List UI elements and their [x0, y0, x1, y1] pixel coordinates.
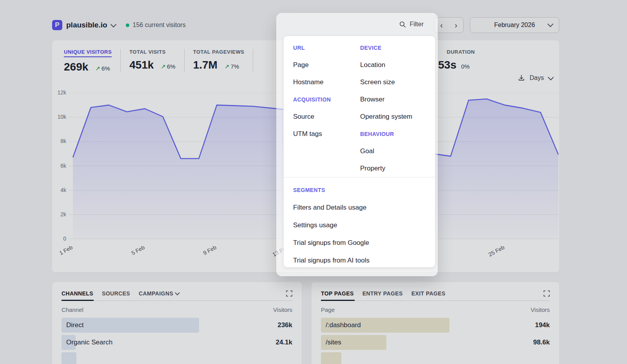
filter-search[interactable]: Filter	[276, 13, 438, 36]
menu-item-page[interactable]: Page	[293, 56, 360, 74]
filter-popup: Filter URL Page Hostname ACQUISITION Sou…	[276, 13, 438, 276]
segment-item[interactable]: Trial signups from Google	[293, 234, 435, 252]
menu-item-utm-tags[interactable]: UTM tags	[293, 125, 360, 143]
segment-item[interactable]: Trial signups from AI tools	[293, 252, 435, 268]
menu-item-goal[interactable]: Goal	[360, 143, 435, 160]
filter-menu-column-1: URL Page Hostname ACQUISITION Source UTM…	[293, 39, 360, 177]
section-title-segments: SEGMENTS	[293, 181, 435, 199]
menu-item-source[interactable]: Source	[293, 108, 360, 125]
plausible-dashboard: P plausible.io 156 current visitors ‹ › …	[0, 0, 627, 364]
section-title-acquisition: ACQUISITION	[293, 91, 360, 108]
section-title-behaviour: BEHAVIOUR	[360, 125, 435, 143]
filter-menu-column-2: DEVICE Location Screen size Browser Oper…	[360, 39, 435, 177]
segment-item[interactable]: Filters and Details usage	[293, 199, 435, 216]
menu-item-screen-size[interactable]: Screen size	[360, 74, 435, 91]
menu-item-hostname[interactable]: Hostname	[293, 74, 360, 91]
menu-item-location[interactable]: Location	[360, 56, 435, 74]
menu-item-property[interactable]: Property	[360, 160, 435, 177]
menu-item-browser[interactable]: Browser	[360, 91, 435, 108]
segments-section: SEGMENTS Filters and Details usageSettin…	[284, 177, 435, 268]
section-title-url: URL	[293, 39, 360, 56]
section-title-device: DEVICE	[360, 39, 435, 56]
filter-search-label: Filter	[410, 21, 424, 28]
segment-item[interactable]: Settings usage	[293, 216, 435, 234]
menu-item-operating-system[interactable]: Operating system	[360, 108, 435, 125]
filter-menu: URL Page Hostname ACQUISITION Source UTM…	[283, 36, 435, 268]
search-icon	[399, 21, 406, 28]
